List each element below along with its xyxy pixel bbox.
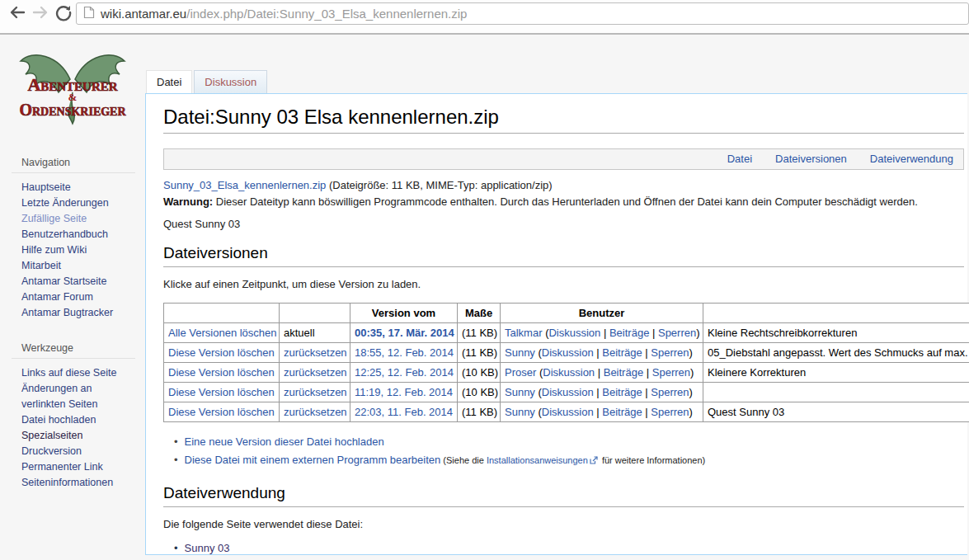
delete-version-link[interactable]: Diese Version löschen — [168, 406, 275, 418]
sidebar-item-benutzerhandbuch[interactable]: Benutzerhandbuch — [21, 228, 108, 240]
user-link[interactable]: Proser — [505, 366, 536, 379]
anchor-link-datei[interactable]: Datei — [727, 153, 752, 165]
warning-label: Warnung: — [163, 195, 213, 208]
version-date-cell: 00:35, 17. Mär. 2014 — [350, 323, 458, 343]
user-cell: Sunny (Diskussion | Beiträge | Sperren) — [501, 343, 703, 363]
version-date-cell: 18:55, 12. Feb. 2014 — [350, 343, 458, 363]
tab-datei[interactable]: Datei — [146, 70, 192, 94]
sidebar-item-antamar-forum[interactable]: Antamar Forum — [21, 291, 93, 303]
sidebar-item-seiteninformationen[interactable]: Seiteninformationen — [21, 477, 113, 488]
user-block-link[interactable]: Sperren — [651, 346, 689, 359]
action-cell: zurücksetzen — [280, 402, 350, 422]
delete-cell: Diese Version löschen — [164, 383, 280, 402]
sidebar-item-antamar-startseite[interactable]: Antamar Startseite — [21, 275, 107, 287]
user-link[interactable]: Sunny — [505, 386, 535, 398]
user-block-link[interactable]: Sperren — [658, 327, 696, 339]
sidebar-section: NavigationHauptseiteLetzte ÄnderungenZuf… — [12, 157, 135, 321]
column-header — [164, 304, 280, 323]
user-talk-link[interactable]: Diskussion — [548, 327, 600, 339]
revert-link[interactable]: zurücksetzen — [284, 386, 347, 398]
back-button[interactable] — [7, 2, 28, 24]
action-cell: zurücksetzen — [280, 343, 350, 363]
version-date-link[interactable]: 00:35, 17. Mär. 2014 — [355, 327, 454, 339]
user-contribs-link[interactable]: Beiträge — [609, 327, 649, 339]
version-date-link[interactable]: 18:55, 12. Feb. 2014 — [355, 346, 454, 359]
version-date-link[interactable]: 11:19, 12. Feb. 2014 — [355, 386, 453, 398]
sidebar-item--nderungen-an-verlinkten-seiten[interactable]: Änderungen an verlinkten Seiten — [21, 383, 97, 410]
delete-version-link[interactable]: Diese Version löschen — [168, 386, 275, 398]
user-talk-link[interactable]: Diskussion — [542, 386, 594, 398]
usage-heading: Dateiverwendung — [163, 483, 964, 507]
external-help-link[interactable]: Installationsanweisungen — [487, 455, 588, 465]
table-row: Diese Version löschenzurücksetzen18:55, … — [164, 343, 969, 363]
sidebar-item-zuf-llige-seite[interactable]: Zufällige Seite — [21, 213, 87, 224]
versions-hint: Klicke auf einen Zeitpunkt, um diese Ver… — [163, 278, 964, 290]
user-talk-link[interactable]: Diskussion — [542, 346, 594, 359]
delete-cell: Diese Version löschen — [164, 402, 280, 422]
page-title: Datei:Sunny 03 Elsa kennenlernen.zip — [163, 105, 964, 134]
revert-link[interactable]: zurücksetzen — [284, 346, 347, 359]
file-size-cell: (10 KB) — [458, 383, 501, 402]
delete-version-link[interactable]: Diese Version löschen — [168, 346, 275, 359]
sidebar-item-hilfe-zum-wiki[interactable]: Hilfe zum Wiki — [21, 244, 87, 256]
file-size-cell: (11 KB) — [458, 343, 501, 363]
sidebar-item-druckversion[interactable]: Druckversion — [21, 445, 82, 457]
user-contribs-link[interactable]: Beiträge — [602, 386, 642, 398]
revert-link[interactable]: zurücksetzen — [284, 366, 347, 379]
delete-cell: Diese Version löschen — [164, 363, 280, 383]
sidebar-item: Links auf diese Seite — [21, 365, 135, 381]
user-link[interactable]: Talkmar — [505, 327, 543, 339]
user-block-link[interactable]: Sperren — [651, 386, 689, 398]
file-size-cell: (10 KB) — [458, 363, 501, 383]
version-date-link[interactable]: 22:03, 11. Feb. 2014 — [355, 406, 453, 418]
anchor-link-dateiversionen[interactable]: Dateiversionen — [775, 153, 847, 165]
sidebar-item-letzte-nderungen[interactable]: Letzte Änderungen — [21, 197, 109, 209]
user-link[interactable]: Sunny — [505, 346, 535, 359]
file-actions-list: Eine neue Version dieser Datei hochladen… — [163, 433, 964, 470]
comment-cell — [703, 383, 969, 402]
usage-page-link[interactable]: Sunny 03 — [185, 542, 230, 554]
sidebar-section-title: Werkzeuge — [12, 342, 135, 359]
site-logo[interactable]: Abenteurer & Ordenskrieger — [11, 45, 134, 135]
user-cell: Sunny (Diskussion | Beiträge | Sperren) — [501, 402, 703, 422]
revert-link[interactable]: zurücksetzen — [284, 406, 347, 418]
reload-button[interactable] — [53, 2, 74, 24]
user-contribs-link[interactable]: Beiträge — [602, 346, 642, 359]
delete-version-link[interactable]: Diese Version löschen — [168, 366, 275, 379]
user-talk-link[interactable]: Diskussion — [543, 366, 595, 379]
version-date-cell: 12:25, 12. Feb. 2014 — [350, 363, 458, 383]
svg-text:Ordenskrieger: Ordenskrieger — [19, 101, 126, 119]
file-action-link[interactable]: Eine neue Version dieser Datei hochladen — [185, 435, 384, 448]
sidebar-item: Druckversion — [21, 444, 135, 459]
user-contribs-link[interactable]: Beiträge — [602, 406, 642, 418]
version-date-link[interactable]: 12:25, 12. Feb. 2014 — [355, 366, 454, 379]
column-header: Maße — [458, 304, 501, 323]
anchor-link-dateiverwendung[interactable]: Dateiverwendung — [870, 153, 953, 165]
column-header — [280, 304, 350, 323]
user-contribs-link[interactable]: Beiträge — [604, 366, 643, 379]
user-link[interactable]: Sunny — [505, 406, 535, 418]
delete-version-link[interactable]: Alle Versionen löschen — [168, 327, 277, 339]
sidebar-item-spezialseiten[interactable]: Spezialseiten — [21, 430, 82, 441]
file-description: Quest Sunny 03 — [163, 218, 964, 230]
file-download-link[interactable]: Sunny_03_Elsa_kennenlernen.zip — [163, 179, 326, 191]
user-block-link[interactable]: Sperren — [651, 406, 689, 418]
file-action-link[interactable]: Diese Datei mit einem externen Programm … — [185, 454, 441, 466]
usage-list: Sunny 03 — [163, 540, 964, 557]
sidebar-item-mitarbeit[interactable]: Mitarbeit — [21, 260, 61, 271]
sidebar-item-links-auf-diese-seite[interactable]: Links auf diese Seite — [21, 367, 116, 379]
sidebar-item-antamar-bugtracker[interactable]: Antamar Bugtracker — [21, 307, 113, 318]
column-header: Benutzer — [501, 304, 703, 323]
sidebar-item-hauptseite[interactable]: Hauptseite — [21, 181, 71, 193]
address-bar[interactable]: wiki.antamar.eu/index.php/Datei:Sunny_03… — [76, 2, 969, 25]
forward-button[interactable] — [30, 2, 51, 24]
sidebar-item: Antamar Forum — [21, 289, 135, 305]
sidebar-item: Antamar Bugtracker — [21, 305, 135, 321]
delete-cell: Diese Version löschen — [164, 343, 280, 363]
table-row: Alle Versionen löschenaktuell00:35, 17. … — [164, 323, 969, 343]
sidebar-item-datei-hochladen[interactable]: Datei hochladen — [21, 414, 96, 426]
user-block-link[interactable]: Sperren — [652, 366, 690, 379]
user-talk-link[interactable]: Diskussion — [542, 406, 594, 418]
sidebar-item-permanenter-link[interactable]: Permanenter Link — [21, 461, 103, 473]
tab-diskussion[interactable]: Diskussion — [194, 70, 267, 93]
